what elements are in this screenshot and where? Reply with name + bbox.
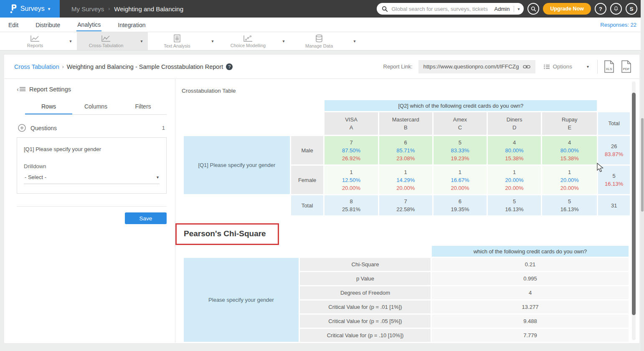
inner-scrollbar-thumb[interactable] — [632, 93, 636, 315]
menu-icon — [20, 87, 25, 91]
report-help-icon[interactable]: ? — [226, 63, 233, 70]
breadcrumb-separator-icon: › — [62, 64, 64, 70]
chi-value: 0.21 — [432, 258, 629, 271]
column-header-mastercard: MastercardB — [379, 112, 432, 135]
manage-data-dropdown[interactable]: ▾ — [348, 32, 361, 50]
upgrade-now-button[interactable]: Upgrade Now — [543, 3, 591, 15]
tab-columns[interactable]: Columns — [72, 100, 119, 114]
add-question-icon[interactable] — [18, 124, 26, 132]
drilldown-select[interactable]: - Select - ▾ — [24, 170, 160, 184]
window-breadcrumb: My Surveys › Weighting and Balancing — [71, 5, 183, 13]
product-switcher[interactable]: Surveys ▾ — [0, 0, 60, 18]
analytics-toolbar: Reports ▾ Cross-Tabulation ▾ — [0, 32, 644, 51]
mouse-cursor — [596, 163, 605, 173]
divider — [597, 60, 598, 74]
page-scrollbar-thumb[interactable] — [641, 118, 644, 212]
chi-square-table: which of the following credit cards do y… — [183, 245, 630, 343]
row-label-male: Male — [291, 136, 324, 164]
column-header-diners: DinersD — [488, 112, 541, 135]
drilldown-label: Drilldown — [24, 163, 160, 169]
toolbar-cross-tabulation: Cross-Tabulation ▾ — [77, 32, 148, 50]
cell-total-diners: 516.13% — [488, 195, 541, 215]
chi-label: Critical Value for (p = .05 [5%]) — [300, 315, 431, 328]
search-scope-label[interactable]: Admin — [491, 6, 515, 12]
search-button[interactable] — [527, 3, 539, 15]
table-row-total: Total 825.81% 722.58% 619.35% 516.13% 51… — [184, 195, 630, 215]
nav-edit[interactable]: Edit — [8, 18, 19, 31]
global-search-input[interactable] — [391, 6, 491, 12]
tab-rows[interactable]: Rows — [25, 100, 72, 114]
nav-integration[interactable]: Integration — [117, 18, 146, 31]
tab-filters[interactable]: Filters — [119, 100, 167, 114]
report-link-label: Report Link: — [383, 63, 413, 70]
cross-tabulation-label: Cross-Tabulation — [89, 43, 124, 48]
column-header-visa: VISAA — [325, 112, 378, 135]
chi-value: 7.779 — [432, 329, 629, 342]
crosstab-report: Crosstabulation Table [Q2] which of the … — [175, 79, 639, 343]
text-analysis-dropdown[interactable]: ▾ — [206, 32, 219, 50]
export-pdf-button[interactable]: PDF — [621, 60, 632, 73]
report-link-url[interactable]: https://www.questionpro.com/t/lFFCZg — [423, 63, 519, 70]
cell-total-mastercard: 722.58% — [379, 195, 432, 215]
text-analysis-button[interactable]: Text Analysis — [148, 32, 206, 50]
cross-tabulation-dropdown[interactable]: ▾ — [135, 32, 148, 50]
report-breadcrumb: Cross Tabulation › Weighting and Balanci… — [14, 63, 233, 70]
cell-male-visa: 787.50%26.92% — [325, 136, 378, 164]
breadcrumb-survey-name: Weighting and Balancing — [114, 5, 183, 13]
manage-data-button[interactable]: Manage Data — [290, 32, 348, 50]
choice-modelling-dropdown[interactable]: ▾ — [277, 32, 290, 50]
row-label-total: Total — [291, 195, 324, 215]
search-icon — [382, 6, 388, 12]
cell-male-total: 2683.87% — [598, 136, 630, 164]
chevron-down-icon: ▾ — [157, 175, 159, 179]
drilldown-selected-value: - Select - — [25, 174, 46, 180]
responses-count[interactable]: Responses: 22 — [600, 22, 636, 28]
database-icon — [315, 34, 323, 43]
column-header-rupay: RupayE — [542, 112, 597, 135]
settings-title: Report Settings — [29, 86, 71, 93]
cross-tabulation-link[interactable]: Cross Tabulation — [14, 63, 59, 70]
row-label-female: Female — [291, 166, 324, 194]
choice-modelling-button[interactable]: Choice Modelling — [219, 32, 277, 50]
manage-data-label: Manage Data — [305, 43, 333, 48]
cell-female-diners: 120.00%20.00% — [488, 166, 541, 194]
choice-modelling-label: Choice Modelling — [231, 43, 266, 48]
chi-label: p Value — [300, 272, 431, 285]
cell-grand-total: 31 — [598, 195, 630, 215]
cell-female-rupay: 120.00%20.00% — [542, 166, 597, 194]
collapse-panel-icon[interactable]: ‹ — [17, 86, 25, 93]
top-bar: Surveys ▾ My Surveys › Weighting and Bal… — [0, 0, 644, 18]
cell-total-rupay: 516.13% — [542, 195, 597, 215]
crosstab-section-title: Crosstabulation Table — [182, 88, 631, 94]
global-search[interactable]: Admin ▾ — [377, 3, 524, 15]
link-icon[interactable] — [523, 64, 530, 69]
options-menu[interactable]: Options ▾ — [541, 63, 591, 70]
reports-button[interactable]: Reports — [6, 32, 64, 50]
help-button[interactable]: ? — [595, 3, 606, 15]
bell-icon — [613, 6, 619, 12]
chi-value: 13.277 — [432, 300, 629, 313]
chi-label: Degrees of Freedom — [300, 286, 431, 299]
report-settings-panel: ‹ Report Settings Rows Columns Filters — [4, 79, 175, 343]
row-group-header: [Q1] Please specify your gender — [184, 136, 290, 194]
save-button[interactable]: Save — [125, 212, 167, 224]
report-link-field[interactable]: https://www.questionpro.com/t/lFFCZg — [418, 60, 536, 73]
table-row-chi-square: Please specify your gender Chi-Square 0.… — [184, 258, 629, 271]
top-right-actions: Admin ▾ Upgrade Now ? S — [377, 3, 644, 15]
cross-tabulation-button[interactable]: Cross-Tabulation — [77, 32, 135, 50]
export-xls-button[interactable]: XLS — [603, 60, 615, 73]
notifications-button[interactable] — [610, 3, 622, 15]
nav-distribute[interactable]: Distribute — [35, 18, 61, 31]
reports-dropdown[interactable]: ▾ — [64, 32, 77, 50]
nav-analytics[interactable]: Analytics — [76, 18, 101, 31]
search-scope-chevron-icon[interactable]: ▾ — [514, 7, 520, 11]
chi-row-group-header: Please specify your gender — [184, 258, 299, 342]
xls-file-icon: XLS — [603, 60, 615, 73]
settings-header: ‹ Report Settings — [17, 86, 167, 93]
questions-label: Questions — [30, 125, 57, 131]
options-label: Options — [553, 63, 572, 70]
chi-label: Critical Value for (p = .01 [1%]) — [300, 300, 431, 313]
account-avatar[interactable]: S — [626, 3, 637, 15]
breadcrumb-my-surveys[interactable]: My Surveys — [71, 5, 104, 13]
report-actions: Report Link: https://www.questionpro.com… — [383, 60, 632, 74]
